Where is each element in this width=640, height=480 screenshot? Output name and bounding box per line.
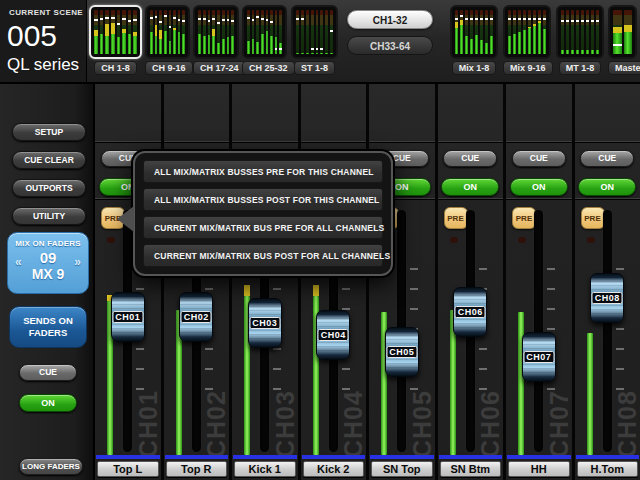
fader-cap[interactable]: CH02 (179, 292, 213, 342)
strip-divider (164, 141, 230, 142)
mix-on-faders-panel[interactable]: MIX ON FADERS 09 MX 9 « » (7, 232, 89, 294)
cue-button[interactable]: CUE (580, 150, 634, 167)
meter-peak-mark (566, 20, 569, 22)
fader-cap[interactable]: CH08 (590, 273, 624, 323)
channel-name-button[interactable]: SN Btm (440, 461, 502, 477)
meter-bar (475, 10, 478, 54)
meter-green-fill (275, 37, 278, 54)
meter-green-fill (485, 43, 488, 54)
meter-peak-mark (94, 19, 98, 21)
pre-post-popup: ALL MIX/MATRIX BUSSES PRE FOR THIS CHANN… (133, 151, 393, 276)
meter-bar (576, 10, 579, 54)
meter-block-mix-1-8[interactable]: Mix 1-8 (450, 5, 498, 75)
layer-button-ch1-32[interactable]: CH1-32 (347, 10, 433, 29)
fader-cap-label: CH03 (249, 317, 280, 329)
meter-block-ch-9-16[interactable]: CH 9-16 (145, 5, 190, 75)
meter-green-fill (173, 30, 176, 54)
current-scene-label: CURRENT SCENE (9, 8, 83, 17)
fader-cap[interactable]: CH07 (522, 332, 556, 382)
sidebar: SETUP CUE CLEAR OUTPORTS UTILITY MIX ON … (0, 84, 95, 480)
fader-cap[interactable]: CH03 (248, 298, 282, 348)
meter-green-fill (596, 50, 599, 54)
meter-green-fill (296, 53, 299, 54)
fader-cap-label: CH08 (592, 292, 623, 304)
sends-on-faders-button[interactable]: SENDS ON FADERS (9, 306, 87, 348)
popup-item-2[interactable]: ALL MIX/MATRIX BUSSES POST FOR THIS CHAN… (143, 188, 383, 211)
meter-block-label: ST 1-8 (294, 61, 335, 75)
meter-bar (164, 10, 167, 54)
meter-block-ch-25-32[interactable]: CH 25-32 (242, 5, 287, 75)
long-faders-button[interactable]: LONG FADERS (19, 458, 83, 475)
meter-block-mix-9-16[interactable]: Mix 9-16 (503, 5, 551, 75)
pre-button[interactable]: PRE (581, 207, 605, 229)
fader-track[interactable] (534, 210, 543, 452)
meter-bar (320, 10, 323, 54)
meter-peak-mark (320, 48, 323, 50)
meter-peak-mark (528, 18, 531, 20)
meter-green-fill (198, 34, 201, 54)
meter-block-ch-17-24[interactable]: CH 17-24 (193, 5, 239, 75)
channel-name-button[interactable]: Top L (97, 461, 159, 477)
on-button[interactable]: ON (441, 178, 499, 196)
meter-block-mt-1-8[interactable]: MT 1-8 (556, 5, 604, 75)
channel-name-button[interactable]: SN Top (371, 461, 433, 477)
channel-strips: CUEONPRECH01Top LCH01CUEONPRECH02Top RCH… (95, 84, 640, 480)
master-cue-button[interactable]: CUE (19, 364, 77, 381)
meter-block-ch-1-8[interactable]: CH 1-8 (89, 5, 142, 75)
fader-track[interactable] (603, 210, 612, 452)
name-accent-bar (165, 455, 229, 459)
meter-bar (212, 10, 215, 54)
master-on-button[interactable]: ON (19, 394, 77, 412)
channel-name-button[interactable]: H.Tom (577, 461, 639, 477)
meter-peak-mark (561, 20, 564, 22)
meter-peak-mark (470, 18, 473, 20)
channel-name-button[interactable]: HH (508, 461, 570, 477)
utility-button[interactable]: UTILITY (12, 207, 86, 225)
fader-cap[interactable]: CH06 (453, 287, 487, 337)
channel-name-button[interactable]: Kick 2 (303, 461, 365, 477)
strip-divider (95, 141, 161, 142)
meter-bar (247, 10, 250, 54)
popup-item-4[interactable]: CURRENT MIX/MATRIX BUS POST FOR ALL CHAN… (143, 244, 383, 267)
fader-cap-label: CH05 (386, 346, 417, 358)
layer-button-ch33-64[interactable]: CH33-64 (347, 36, 433, 55)
strip-divider (438, 141, 504, 142)
meter-yellow-segment (460, 20, 463, 25)
fader-cap[interactable]: CH04 (316, 310, 350, 360)
meter-block-master[interactable]: Master (608, 5, 637, 75)
meter-bar (480, 10, 483, 54)
meter-bar (222, 10, 225, 54)
on-button[interactable]: ON (578, 178, 636, 196)
fader-cap[interactable]: CH05 (385, 327, 419, 377)
meter-yellow-segment (133, 32, 137, 36)
popup-item-3[interactable]: CURRENT MIX/MATRIX BUS PRE FOR ALL CHANN… (143, 216, 383, 239)
prev-mix-chevron-icon[interactable]: « (15, 255, 22, 269)
meter-bar (261, 10, 264, 54)
meter-peak-mark (159, 21, 162, 23)
meter-bar (128, 10, 132, 54)
meter-bar (203, 10, 206, 54)
next-mix-chevron-icon[interactable]: » (74, 255, 81, 269)
meter-bar (159, 10, 162, 54)
meter-green-fill (105, 36, 109, 54)
meter-peak-mark (212, 18, 215, 20)
meter-green-fill (311, 53, 314, 54)
meter-peak-mark (227, 19, 230, 21)
cue-clear-button[interactable]: CUE CLEAR (12, 151, 86, 169)
pre-button[interactable]: PRE (512, 207, 536, 229)
meter-bar (231, 10, 234, 54)
setup-button[interactable]: SETUP (12, 123, 86, 141)
channel-name-button[interactable]: Kick 1 (234, 461, 296, 477)
meter-block-st-1-8[interactable]: ST 1-8 (291, 5, 338, 75)
outports-button[interactable]: OUTPORTS (12, 179, 86, 197)
meter-display (608, 5, 637, 59)
channel-name-button[interactable]: Top R (166, 461, 228, 477)
cue-button[interactable]: CUE (512, 150, 566, 167)
on-button[interactable]: ON (510, 178, 568, 196)
popup-item-1[interactable]: ALL MIX/MATRIX BUSSES PRE FOR THIS CHANN… (143, 160, 383, 183)
meter-peak-mark (513, 18, 516, 20)
pre-button[interactable]: PRE (444, 207, 468, 229)
meter-green-fill (217, 43, 220, 54)
fader-cap[interactable]: CH01 (111, 292, 145, 342)
cue-button[interactable]: CUE (443, 150, 497, 167)
